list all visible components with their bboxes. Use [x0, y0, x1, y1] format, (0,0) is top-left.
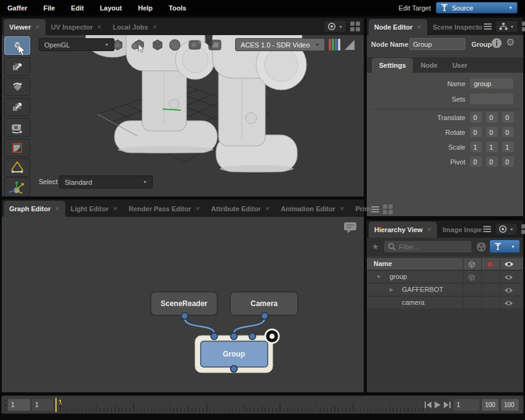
menu-layout[interactable]: Layout — [100, 4, 130, 12]
draw-mode-wireframe-cube-button[interactable] — [110, 38, 125, 54]
filter-field[interactable] — [383, 240, 472, 253]
rotate-z-field[interactable]: 0 — [502, 127, 514, 137]
pivot-x-field[interactable]: 0 — [470, 156, 482, 167]
draw-mode-image-button[interactable] — [207, 38, 222, 53]
tab-animation-editor[interactable]: Animation Editor✕ — [275, 201, 350, 217]
close-icon[interactable]: ✕ — [340, 206, 345, 212]
layout-grid-icon[interactable] — [522, 22, 525, 31]
focus-ring-icon[interactable] — [265, 329, 280, 344]
close-icon[interactable]: ✕ — [35, 24, 40, 30]
pivot-y-field[interactable]: 0 — [486, 156, 498, 167]
menu-file[interactable]: File — [43, 4, 63, 12]
visible-eye-icon[interactable] — [504, 287, 513, 294]
grip-handle[interactable] — [4, 400, 7, 411]
close-icon[interactable]: ✕ — [153, 24, 158, 30]
scale-z-field[interactable]: 1 — [502, 142, 514, 152]
display-transform-dropdown[interactable]: ACES 1.0 - SDR Video▼ — [235, 38, 325, 51]
scale-y-field[interactable]: 1 — [486, 142, 498, 152]
viewer-target-menu[interactable]: ▼ — [324, 20, 347, 33]
star-icon[interactable]: ★ — [372, 242, 379, 251]
tab-uv-inspector[interactable]: UV Inspector✕ — [46, 19, 107, 35]
gamma-ramp-icon[interactable] — [344, 39, 355, 50]
tab-attribute-editor[interactable]: Attribute Editor✕ — [206, 201, 275, 217]
panel-menu-icon[interactable] — [484, 23, 492, 30]
scene-source-dropdown[interactable]: ▼ — [489, 240, 520, 253]
translate-y-field[interactable]: 0 — [486, 112, 498, 123]
tab-hierarchy-view[interactable]: Hierarchy View✕ — [369, 222, 437, 238]
draw-mode-sphere-button[interactable] — [168, 38, 182, 53]
skip-to-start-icon[interactable] — [424, 401, 433, 409]
range-field[interactable]: 1 — [454, 399, 479, 411]
input-port[interactable] — [231, 333, 238, 340]
edit-target-dropdown[interactable]: Source ▼ — [436, 2, 518, 14]
subtab-user[interactable]: User — [445, 58, 475, 73]
rotate-x-field[interactable]: 0 — [470, 127, 482, 137]
info-icon[interactable] — [491, 38, 502, 49]
draw-mode-select-button[interactable] — [130, 37, 146, 54]
tab-light-editor[interactable]: Light Editor✕ — [65, 201, 123, 217]
hierarchy-target-menu[interactable]: ▼ — [495, 223, 518, 235]
subtab-settings[interactable]: Settings — [372, 58, 413, 73]
subtab-node[interactable]: Node — [413, 58, 445, 73]
tree-row-gafferbot[interactable]: ▶ GAFFERBOT — [367, 284, 523, 296]
tab-render-pass-editor[interactable]: Render Pass Editor✕ — [123, 201, 206, 217]
filter-input[interactable] — [399, 243, 460, 251]
name-input[interactable] — [470, 78, 513, 89]
rotate-y-field[interactable]: 0 — [486, 127, 498, 137]
tab-viewer[interactable]: Viewer✕ — [4, 19, 46, 35]
node-name-input[interactable] — [409, 38, 465, 50]
end-frame-field[interactable]: 100 — [482, 399, 499, 411]
input-port[interactable] — [211, 333, 218, 340]
light-position-tool-button[interactable] — [4, 177, 30, 196]
skip-to-end-icon[interactable] — [443, 401, 452, 409]
close-icon[interactable]: ✕ — [113, 206, 118, 212]
output-port[interactable] — [231, 366, 238, 373]
layout-grid-icon[interactable] — [350, 22, 360, 31]
tab-primitive-inspector[interactable]: Prim — [350, 201, 371, 217]
rgb-channels-icon[interactable] — [329, 38, 341, 51]
layout-grid-icon[interactable] — [383, 204, 393, 214]
pivot-z-field[interactable]: 0 — [502, 156, 514, 167]
expander-open-icon[interactable]: ▼ — [376, 274, 381, 280]
inclusions-column-icon[interactable] — [467, 260, 476, 269]
select-mode-dropdown[interactable]: Standard▼ — [59, 176, 153, 188]
menu-tools[interactable]: Tools — [169, 4, 195, 12]
node-graph-canvas[interactable]: SceneReader Camera Group — [2, 217, 364, 392]
name-column-header[interactable]: Name — [374, 260, 392, 267]
visible-eye-icon[interactable] — [504, 300, 513, 307]
draw-mode-solid-cube-button[interactable] — [150, 38, 165, 54]
viewport-3d[interactable] — [34, 35, 364, 196]
draw-mode-camera-button[interactable] — [187, 38, 203, 54]
inclusions-icon[interactable] — [467, 273, 476, 282]
translate-tool-button[interactable] — [4, 57, 30, 76]
close-icon[interactable]: ✕ — [55, 206, 60, 212]
start-frame-field[interactable]: 1 — [8, 399, 30, 411]
scale-tool-button[interactable] — [4, 98, 30, 116]
node-scenereader[interactable]: SceneReader — [151, 292, 217, 320]
visibility-column-eye-icon[interactable] — [504, 260, 514, 268]
end-frame-field-2[interactable]: 100 — [501, 399, 519, 411]
close-icon[interactable]: ✕ — [417, 24, 422, 30]
light-cone-tool-button[interactable] — [4, 158, 30, 177]
output-port[interactable] — [182, 313, 188, 320]
tab-graph-editor[interactable]: Graph Editor✕ — [4, 201, 65, 217]
translate-x-field[interactable]: 0 — [470, 112, 482, 123]
playhead[interactable] — [55, 398, 57, 412]
close-icon[interactable]: ✕ — [427, 227, 432, 233]
connection-wires[interactable] — [185, 318, 265, 333]
input-port[interactable] — [249, 333, 256, 340]
menu-gaffer[interactable]: Gaffer — [7, 4, 36, 12]
visible-eye-icon[interactable] — [504, 274, 513, 281]
crop-window-tool-button[interactable] — [4, 139, 30, 157]
rotate-tool-button[interactable] — [4, 78, 30, 96]
tab-node-editor[interactable]: Node Editor✕ — [369, 19, 427, 35]
gear-icon[interactable]: ⚙ — [506, 36, 515, 48]
sets-input[interactable] — [470, 94, 513, 104]
tree-row-camera[interactable]: camera — [367, 297, 523, 309]
menu-help[interactable]: Help — [138, 4, 161, 12]
collapse-all-icon[interactable] — [476, 241, 487, 252]
close-icon[interactable]: ✕ — [97, 24, 102, 30]
layout-grid-icon[interactable] — [521, 224, 525, 234]
node-camera[interactable]: Camera — [230, 292, 298, 320]
renderer-dropdown[interactable]: OpenGL▼ — [39, 38, 114, 51]
